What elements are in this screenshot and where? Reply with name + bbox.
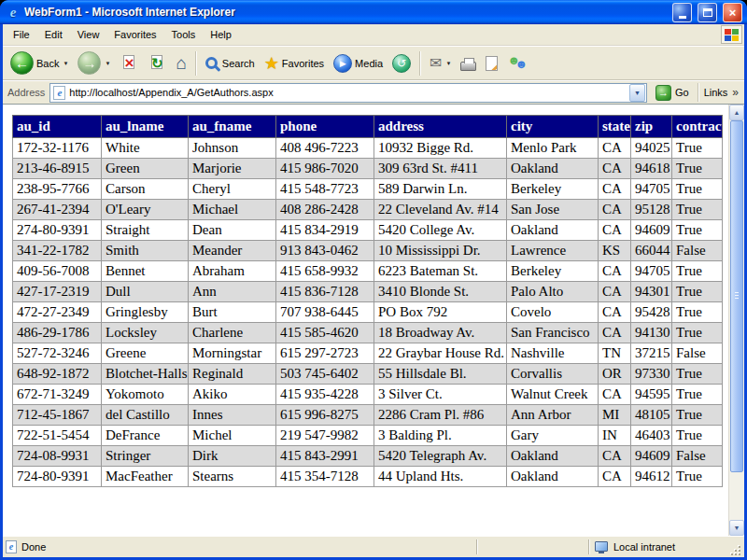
table-cell: Ann Arbor: [507, 405, 599, 426]
table-cell: 219 547-9982: [276, 426, 374, 446]
table-cell: Palo Alto: [507, 282, 599, 302]
menu-file[interactable]: File: [6, 25, 37, 44]
table-cell: White: [102, 138, 189, 159]
table-cell: 95428: [631, 302, 672, 323]
table-cell: 94705: [631, 179, 672, 200]
refresh-button[interactable]: ↻: [143, 51, 171, 76]
favorites-button[interactable]: ★ Favorites: [260, 52, 329, 75]
favorites-icon: ★: [264, 55, 279, 72]
media-button[interactable]: ▶ Media: [329, 51, 388, 76]
table-cell: 415 585-4620: [276, 323, 374, 343]
stop-button[interactable]: ×: [115, 51, 143, 76]
table-row: 486-29-1786LocksleyCharlene415 585-46201…: [13, 323, 723, 343]
menu-help[interactable]: Help: [203, 25, 239, 44]
mail-icon: ✉: [430, 56, 442, 71]
chevron-overflow-icon[interactable]: »: [732, 86, 739, 99]
home-button[interactable]: ⌂: [171, 51, 190, 75]
history-button[interactable]: ↺: [388, 51, 416, 76]
address-dropdown-button[interactable]: ▼: [629, 84, 645, 102]
menu-edit[interactable]: Edit: [37, 25, 70, 44]
back-button-label: Back: [36, 58, 59, 69]
messenger-button[interactable]: ☻ ☻: [502, 51, 531, 75]
table-cell: Michel: [189, 426, 276, 446]
toolbar-separator: [195, 51, 197, 76]
scrollbar-track[interactable]: [729, 120, 744, 520]
table-cell: Ann: [189, 282, 276, 302]
table-cell: 707 938-6445: [276, 302, 374, 323]
toolbar-separator: [419, 51, 421, 76]
forward-button[interactable]: → ▼: [73, 49, 115, 77]
table-cell: Walnut Creek: [507, 385, 599, 405]
menu-view[interactable]: View: [70, 25, 107, 44]
table-row: 172-32-1176WhiteJohnson408 496-722310932…: [13, 138, 723, 159]
ie-logo-icon: e: [6, 5, 21, 20]
table-cell: 415 548-7723: [276, 179, 374, 200]
media-play-glyph: ▶: [340, 59, 346, 68]
table-cell: MacFeather: [102, 467, 189, 487]
table-cell: 22 Graybar House Rd.: [374, 343, 507, 364]
table-cell: Johnson: [189, 138, 276, 159]
table-row: 427-17-2319DullAnn415 836-71283410 Blond…: [13, 282, 723, 302]
menu-favorites[interactable]: Favorites: [106, 25, 163, 44]
maximize-button[interactable]: [698, 3, 717, 22]
table-cell: Reginald: [189, 364, 276, 385]
back-button[interactable]: ← Back ▼: [6, 49, 73, 77]
table-cell: 94612: [631, 467, 672, 487]
table-cell: CA: [599, 323, 631, 343]
table-cell: PO Box 792: [374, 302, 507, 323]
go-button[interactable]: → Go: [652, 84, 693, 102]
table-cell: True: [672, 159, 723, 179]
mail-button[interactable]: ✉ ▼: [425, 53, 456, 74]
search-button[interactable]: Search: [201, 54, 260, 72]
table-cell: 213-46-8915: [13, 159, 102, 179]
window-body: File Edit View Favorites Tools Help ← Ba…: [3, 24, 744, 557]
table-cell: Yokomoto: [102, 385, 189, 405]
statusbar-divider: [476, 539, 478, 554]
table-cell: False: [672, 241, 723, 261]
table-cell: True: [672, 467, 723, 487]
edit-button[interactable]: [481, 53, 502, 74]
scroll-up-button[interactable]: ▲: [729, 105, 744, 120]
table-cell: Greene: [102, 343, 189, 364]
mail-dropdown-icon[interactable]: ▼: [445, 61, 451, 66]
links-toolbar[interactable]: Links »: [704, 86, 740, 99]
scroll-down-button[interactable]: ▼: [729, 520, 744, 536]
refresh-icon: ↻: [148, 54, 166, 73]
table-cell: False: [672, 446, 723, 467]
table-cell: 18 Broadway Av.: [374, 323, 507, 343]
table-cell: Covelo: [507, 302, 599, 323]
close-button[interactable]: ×: [723, 3, 742, 22]
chevron-down-icon: ▼: [634, 90, 641, 96]
search-button-label: Search: [222, 58, 255, 69]
table-cell: 427-17-2319: [13, 282, 102, 302]
table-cell: 712-45-1867: [13, 405, 102, 426]
table-row: 648-92-1872Blotchet-HallsReginald503 745…: [13, 364, 723, 385]
print-button[interactable]: [456, 53, 481, 74]
table-cell: 409-56-7008: [13, 261, 102, 282]
table-cell: 97330: [631, 364, 672, 385]
minimize-button[interactable]: [672, 3, 692, 22]
scrollbar-thumb[interactable]: [730, 120, 743, 472]
column-header: zip: [631, 116, 672, 138]
back-dropdown-icon[interactable]: ▼: [63, 61, 68, 66]
vertical-scrollbar[interactable]: ▲ ▼: [728, 105, 744, 536]
forward-dropdown-icon[interactable]: ▼: [105, 61, 110, 66]
table-cell: True: [672, 385, 723, 405]
table-row: 672-71-3249YokomotoAkiko415 935-42283 Si…: [13, 385, 723, 405]
table-cell: Dirk: [189, 446, 276, 467]
table-cell: CA: [599, 200, 631, 220]
forward-arrow-glyph: →: [82, 55, 96, 71]
title-bar[interactable]: e WebForm1 - Microsoft Internet Explorer…: [0, 0, 747, 24]
table-cell: 5420 Telegraph Av.: [374, 446, 507, 467]
table-cell: CA: [599, 220, 631, 241]
links-label: Links: [704, 87, 728, 98]
table-cell: CA: [599, 138, 631, 159]
media-icon: ▶: [333, 54, 352, 73]
resize-grip[interactable]: [728, 544, 741, 557]
menu-tools[interactable]: Tools: [164, 25, 204, 44]
statusbar-divider: [588, 539, 590, 554]
address-url[interactable]: http://localhost/Appendix_A/GetAuthors.a…: [69, 87, 626, 98]
scroll-down-icon: ▼: [734, 525, 740, 531]
address-input[interactable]: e http://localhost/Appendix_A/GetAuthors…: [49, 83, 647, 103]
column-header: au_id: [13, 116, 102, 138]
